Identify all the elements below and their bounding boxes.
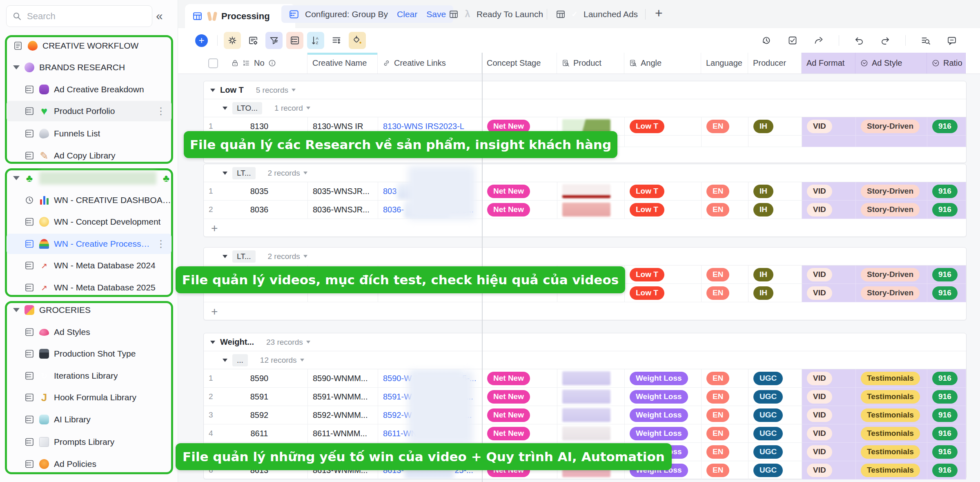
cell-format[interactable]: VID <box>802 406 856 424</box>
subgroup-record-count[interactable]: 1 record <box>274 104 310 113</box>
column-header-lang[interactable]: Language <box>701 53 748 74</box>
cell-product[interactable] <box>557 201 625 219</box>
undo-button[interactable] <box>851 32 868 49</box>
sidebar-item-wn-meta-database-2024[interactable]: ↗WN - Meta Database 2024 <box>7 255 172 276</box>
creative-link[interactable]: 8036- <box>383 205 404 214</box>
color-fill-button[interactable] <box>349 32 366 49</box>
add-view-button[interactable]: + <box>655 6 663 21</box>
column-header-style[interactable]: Ad Style <box>855 53 927 74</box>
table-row[interactable]: 486118611-WNMM...8611-WNMMOA2025Net NewW… <box>204 424 966 443</box>
cell-ratio[interactable]: 916 <box>927 461 966 480</box>
cell-stage[interactable]: Net New <box>482 369 557 387</box>
column-header-no[interactable]: No <box>203 53 307 74</box>
cell-format[interactable]: VID <box>802 117 856 136</box>
cell-name[interactable]: 8591-WNMM... <box>308 388 378 406</box>
group-record-count[interactable]: 5 records <box>256 86 296 95</box>
collapse-sidebar-icon[interactable]: « <box>156 9 163 23</box>
column-header-product[interactable]: Product <box>557 53 624 74</box>
cell-lang[interactable]: EN <box>702 182 748 200</box>
cell-ratio[interactable]: 916 <box>927 406 966 424</box>
cell-style[interactable]: Testimonials <box>856 443 927 461</box>
cell-angle[interactable] <box>625 136 702 147</box>
table-row[interactable]: 285918591-WNMM...8591-W...Net NewWeight … <box>204 388 966 406</box>
cell-producer[interactable]: UGC <box>748 424 802 442</box>
cell-producer[interactable]: UGC <box>748 461 802 479</box>
cell-lang[interactable]: EN <box>702 369 748 387</box>
expand-caret-icon[interactable] <box>13 176 20 180</box>
creative-link[interactable]: 8130-WNS IRS2023-L <box>383 122 464 131</box>
settings-button[interactable] <box>224 32 241 49</box>
cell-producer[interactable]: IH <box>748 201 802 219</box>
sidebar-item-wn-creative-processing[interactable]: WN - Creative Processing⋮ <box>7 234 172 254</box>
item-menu-icon[interactable]: ⋮ <box>156 105 166 117</box>
cell-ratio[interactable]: 916 <box>927 266 966 284</box>
table-row[interactable]: 385928592-WNMM...8592-W-...Net NewWeight… <box>204 406 966 424</box>
cell-format[interactable]: VID <box>802 266 856 284</box>
cell-angle[interactable]: Weight Loss <box>625 406 702 424</box>
cell-product[interactable] <box>557 388 625 406</box>
sidebar-item-redacted[interactable]: ♣♣ <box>7 168 172 188</box>
item-menu-icon[interactable]: ⋮ <box>156 238 166 250</box>
cell-style[interactable]: Testimonials <box>856 424 927 443</box>
cell-angle[interactable]: Low T <box>625 284 702 302</box>
cell-style[interactable] <box>856 136 927 147</box>
cell-stage[interactable]: Net New <box>482 201 557 219</box>
cell-lang[interactable]: EN <box>702 461 748 479</box>
group-record-count[interactable]: 23 records <box>266 338 310 347</box>
collapse-subgroup-icon[interactable] <box>223 172 227 175</box>
cell-lang[interactable]: EN <box>702 284 748 302</box>
cell-ratio[interactable]: 916 <box>927 388 966 406</box>
cell-format[interactable]: VID <box>802 461 856 480</box>
cell-producer[interactable]: IH <box>748 182 802 200</box>
subgroup-header[interactable]: LT... 2 records <box>204 164 966 182</box>
column-header-producer[interactable]: Producer <box>748 53 802 74</box>
collapse-subgroup-icon[interactable] <box>223 107 227 110</box>
cell-name[interactable]: 8611-WNMM... <box>308 424 378 442</box>
cell-product[interactable] <box>557 424 625 442</box>
sort-button[interactable]: AZ <box>307 32 324 49</box>
cell-no[interactable]: 28036 <box>204 201 308 219</box>
cell-stage[interactable]: Net New <box>482 388 557 406</box>
add-record-button[interactable]: + <box>195 34 208 47</box>
sidebar-item-prompts-library[interactable]: Prompts Library <box>7 432 172 452</box>
cell-lang[interactable]: EN <box>702 201 748 219</box>
column-header-stage[interactable]: Concept Stage <box>482 53 557 74</box>
column-header-link[interactable]: Creative Links <box>378 53 482 74</box>
cell-format[interactable]: VID <box>802 424 856 443</box>
subgroup-header[interactable]: ... 12 records <box>204 351 966 369</box>
cell-name[interactable]: 8035-WNSJR... <box>308 182 378 200</box>
search-input[interactable] <box>26 11 128 22</box>
cell-no[interactable]: 18035 <box>204 182 308 200</box>
comments-button[interactable] <box>943 32 960 49</box>
sidebar-item-product-porfolio[interactable]: ♥Product Porfolio⋮ <box>7 101 172 121</box>
sidebar-item-iterations-library[interactable]: ↻Iterations Library <box>7 366 172 386</box>
subgroup-record-count[interactable]: 2 records <box>268 252 307 261</box>
cell-style[interactable]: Testimonials <box>856 406 927 424</box>
creative-link[interactable]: 8592-W <box>383 411 412 420</box>
expand-caret-icon[interactable] <box>13 308 20 312</box>
sidebar-item-funnels-list[interactable]: Funnels List <box>7 123 172 144</box>
cell-lang[interactable] <box>702 136 748 147</box>
collapse-group-icon[interactable] <box>210 89 215 92</box>
sidebar-item-production-shot-type[interactable]: Production Shot Type <box>7 344 172 364</box>
redo-button[interactable] <box>877 32 894 49</box>
cell-lang[interactable]: EN <box>702 117 748 135</box>
cell-lang[interactable]: EN <box>702 443 748 461</box>
subgroup-record-count[interactable]: 2 records <box>268 169 307 178</box>
cell-no[interactable]: 38592 <box>204 406 308 424</box>
select-all-checkbox[interactable] <box>208 58 218 68</box>
column-header-format[interactable]: Ad Format <box>802 53 855 74</box>
column-header-ratio[interactable]: Ratio <box>927 53 966 74</box>
cell-style[interactable]: Story-Driven <box>856 266 927 284</box>
cell-style[interactable]: Story-Driven <box>856 117 927 136</box>
cell-lang[interactable]: EN <box>702 424 748 442</box>
tab-ready-to-launch[interactable]: λ Ready To Launch <box>449 0 543 28</box>
creative-link[interactable]: 803 <box>383 187 396 196</box>
filter-button[interactable] <box>265 32 283 49</box>
cell-name[interactable]: 8592-WNMM... <box>308 406 378 424</box>
sidebar-item-ad-styles[interactable]: Ad Styles <box>7 322 172 342</box>
cell-ratio[interactable]: 916 <box>927 201 966 219</box>
cell-format[interactable]: VID <box>802 182 856 201</box>
cell-style[interactable]: Testimonials <box>856 388 927 406</box>
find-in-view-button[interactable] <box>917 32 934 49</box>
